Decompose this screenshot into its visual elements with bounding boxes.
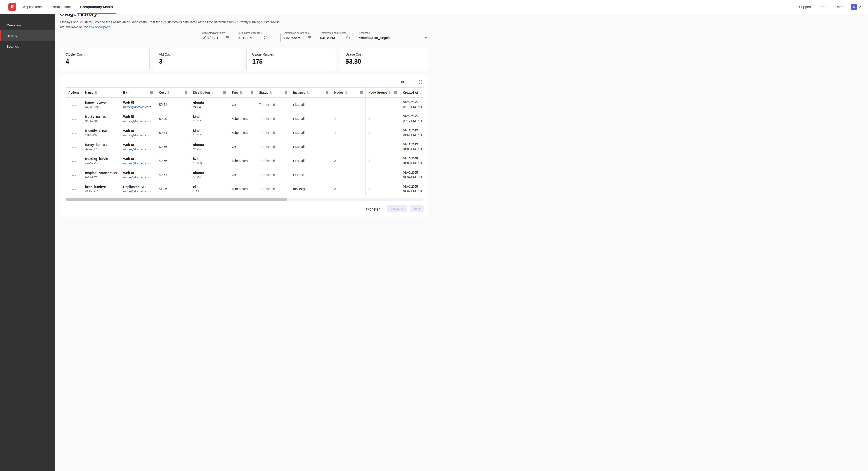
- sort-icon[interactable]: ⇅: [345, 91, 347, 94]
- terminated-after-date-input[interactable]: [201, 36, 224, 40]
- column-header-status[interactable]: Status ⇅: [256, 88, 290, 98]
- distribution-version: 1.32.0: [193, 161, 226, 165]
- row-actions-button[interactable]: [71, 174, 77, 177]
- column-header-node-groups[interactable]: Node Groups ⇅: [366, 88, 400, 98]
- table-row: friendly_brown 1f40a19e Web UI name@doma…: [66, 126, 424, 140]
- created-by-email-link[interactable]: name@domain.com: [123, 189, 153, 193]
- fullscreen-icon[interactable]: [418, 80, 423, 84]
- terminated-after-date-field[interactable]: Terminated after date: [198, 33, 232, 42]
- cluster-name: trusting_leavitt: [85, 157, 118, 160]
- nodes-cell: 3: [332, 182, 366, 196]
- status-badge: Terminated: [259, 103, 275, 107]
- by-cell: Web UI name@domain.com: [120, 140, 156, 154]
- column-menu-icon[interactable]: [324, 91, 329, 94]
- row-actions-button[interactable]: [71, 103, 77, 107]
- sidebar-item-history[interactable]: History: [0, 30, 55, 41]
- terminated-before-date-field[interactable]: Terminated before date: [280, 33, 314, 42]
- sort-desc-icon[interactable]: ↓: [419, 91, 421, 94]
- nav-item-applications[interactable]: Applications: [20, 0, 45, 13]
- sidebar-item-settings[interactable]: Settings: [0, 41, 55, 52]
- table-row: funny_lumiere de9ed87d Web UI name@domai…: [66, 140, 424, 154]
- page-indicator-prefix: Page: [366, 207, 374, 211]
- nav-item-compatibility-matrix[interactable]: Compatibility Matrix: [77, 0, 116, 13]
- column-header-distribution[interactable]: Distribution ⇅: [190, 88, 229, 98]
- column-header-type[interactable]: Type ⇅: [229, 88, 256, 98]
- row-actions-cell: [66, 112, 82, 126]
- sort-icon[interactable]: ⇅: [211, 91, 214, 94]
- sort-icon[interactable]: ⇅: [167, 91, 169, 94]
- sort-icon[interactable]: ⇅: [307, 91, 309, 94]
- node-groups-cell: -: [366, 98, 400, 112]
- replicated-logo-icon[interactable]: R: [8, 3, 16, 11]
- sort-icon[interactable]: ⇅: [389, 91, 391, 94]
- nav-item-troubleshoot[interactable]: Troubleshoot: [48, 0, 74, 13]
- distribution-name: ubuntu: [193, 171, 226, 175]
- distribution-version: 24.04: [193, 176, 226, 179]
- horizontal-scrollbar-track[interactable]: [66, 198, 424, 201]
- clock-icon[interactable]: [264, 35, 268, 40]
- column-menu-icon[interactable]: [393, 91, 397, 94]
- nodes-value: 3: [334, 159, 336, 163]
- table-header: Actions Name ⇅ By ⇅ Cost: [66, 88, 424, 98]
- instance-cell: r1.small: [290, 140, 331, 154]
- name-cell: keen_lumiere 4819de16: [82, 182, 120, 196]
- previous-page-button[interactable]: Previous: [387, 205, 407, 212]
- column-menu-icon[interactable]: [359, 91, 363, 94]
- page-indicator-suffix: of 1: [378, 207, 384, 211]
- node-groups-value: 1: [368, 117, 370, 120]
- brand-logo[interactable]: R: [0, 0, 20, 13]
- by-cell: Web UI name@domain.com: [120, 98, 156, 112]
- column-menu-icon[interactable]: [222, 91, 226, 94]
- horizontal-scrollbar-thumb[interactable]: [66, 198, 287, 201]
- row-actions-button[interactable]: [71, 131, 77, 135]
- type-value: kubernetes: [232, 159, 248, 163]
- density-icon[interactable]: [409, 80, 413, 84]
- column-menu-icon[interactable]: [283, 91, 287, 94]
- overview-page-link[interactable]: Overview page: [89, 25, 110, 29]
- sidebar-item-label: Overview: [6, 23, 21, 27]
- column-header-by[interactable]: By ⇅: [120, 88, 156, 98]
- row-actions-button[interactable]: [71, 117, 77, 121]
- column-header-created-at[interactable]: Created At ↓: [400, 88, 424, 98]
- row-actions-button[interactable]: [71, 187, 77, 191]
- terminated-after-time-input[interactable]: [238, 36, 262, 40]
- sidebar-item-label: Settings: [6, 45, 19, 49]
- sort-icon[interactable]: ⇅: [270, 91, 272, 94]
- terminated-before-time-input[interactable]: [320, 36, 345, 40]
- by-cell: Web UI name@domain.com: [120, 112, 156, 126]
- column-menu-icon[interactable]: [249, 91, 253, 94]
- created-by-email-link[interactable]: name@domain.com: [123, 134, 153, 137]
- column-menu-icon[interactable]: [149, 91, 153, 94]
- nodes-cell: -: [332, 98, 366, 112]
- created-by-email-link[interactable]: name@domain.com: [123, 105, 153, 109]
- row-actions-button[interactable]: [71, 159, 77, 163]
- sort-icon[interactable]: ⇅: [128, 91, 131, 94]
- next-page-button[interactable]: Next: [410, 205, 424, 212]
- row-actions-button[interactable]: [71, 145, 77, 149]
- terminated-before-date-input[interactable]: [283, 36, 306, 40]
- created-by-email-link[interactable]: name@domain.com: [123, 147, 153, 151]
- terminated-after-time-field[interactable]: Terminated after time: [235, 33, 271, 42]
- calendar-icon[interactable]: [308, 35, 312, 40]
- column-header-nodes[interactable]: Nodes ⇅: [332, 88, 366, 98]
- columns-icon[interactable]: [400, 80, 404, 84]
- table-row: frosty_galileo 995b7182 Web UI name@doma…: [66, 112, 424, 126]
- created-by-email-link[interactable]: name@domain.com: [123, 161, 153, 165]
- type-value: kubernetes: [232, 131, 248, 135]
- timezone-select[interactable]: Timezone America/Los_Angeles: [356, 33, 429, 42]
- column-menu-icon[interactable]: [183, 91, 187, 94]
- terminated-before-time-field[interactable]: Terminated before time: [317, 33, 353, 42]
- column-header-instance[interactable]: Instance ⇅: [290, 88, 331, 98]
- column-header-name[interactable]: Name ⇅: [82, 88, 120, 98]
- created-by-email-link[interactable]: name@domain.com: [123, 119, 153, 123]
- filter-icon[interactable]: [391, 80, 395, 84]
- created-by-email-link[interactable]: name@domain.com: [123, 176, 153, 179]
- calendar-icon[interactable]: [225, 35, 229, 40]
- column-header-cost[interactable]: Cost ⇅: [156, 88, 190, 98]
- type-value: kubernetes: [232, 117, 248, 120]
- status-cell: Terminated: [256, 140, 290, 154]
- sidebar-item-overview[interactable]: Overview: [0, 20, 55, 30]
- sort-icon[interactable]: ⇅: [95, 91, 97, 94]
- clock-icon[interactable]: [346, 35, 350, 40]
- sort-icon[interactable]: ⇅: [240, 91, 242, 94]
